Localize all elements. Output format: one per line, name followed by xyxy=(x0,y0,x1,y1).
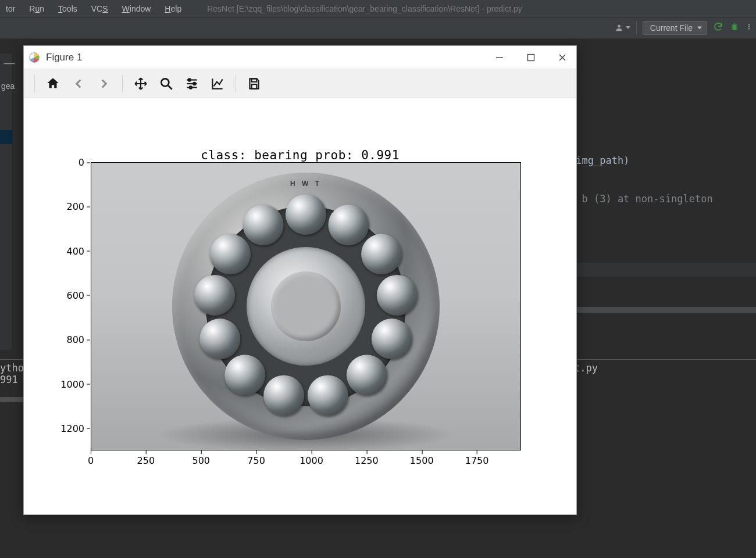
menu-tools[interactable]: Tools xyxy=(52,3,83,15)
save-icon[interactable] xyxy=(243,73,265,94)
bearing-ball xyxy=(263,375,304,416)
bearing-ball xyxy=(199,319,240,359)
minimize-button[interactable] xyxy=(494,52,505,63)
svg-rect-7 xyxy=(528,54,534,60)
y-tick: 600 xyxy=(55,289,84,301)
svg-point-15 xyxy=(188,78,191,81)
svg-line-11 xyxy=(168,85,172,90)
editor-gutter xyxy=(0,53,12,350)
svg-point-10 xyxy=(161,78,169,86)
term-frag-1: ytho xyxy=(0,362,24,374)
code-frag-2: r b (3) at non-singleton xyxy=(570,193,713,205)
plot-title: class: bearing prob: 0.991 xyxy=(24,148,576,162)
matplotlib-icon xyxy=(28,52,40,63)
term-frag-2: 991 xyxy=(0,374,18,385)
bearing-ball xyxy=(210,234,251,274)
collapse-icon[interactable]: — xyxy=(4,57,15,69)
svg-rect-19 xyxy=(252,84,257,89)
editor-h-scrollbar[interactable] xyxy=(571,307,756,313)
figure-title: Figure 1 xyxy=(46,52,82,63)
menu-window[interactable]: Window xyxy=(116,3,157,15)
editor-code: (img_path) r b (3) at non-singleton xyxy=(570,155,756,277)
x-tick: 1500 xyxy=(410,455,434,466)
bearing-ball xyxy=(361,234,402,274)
svg-point-4 xyxy=(748,28,750,29)
y-tick: 200 xyxy=(55,201,84,212)
x-tick: 0 xyxy=(88,455,94,466)
zoom-icon[interactable] xyxy=(155,73,177,94)
x-tick: 750 xyxy=(247,455,265,466)
y-tick: 800 xyxy=(55,334,84,345)
plot-axes[interactable]: H W T xyxy=(91,162,521,450)
x-tick: 500 xyxy=(192,455,210,466)
axes-icon[interactable] xyxy=(206,73,229,94)
figure-titlebar[interactable]: Figure 1 xyxy=(24,46,576,69)
x-tick: 250 xyxy=(137,455,155,466)
configure-icon[interactable] xyxy=(181,73,203,94)
rerun-icon[interactable] xyxy=(713,22,723,34)
menu-item[interactable]: tor xyxy=(0,3,21,15)
term-file: t.py xyxy=(574,362,598,374)
bearing-ball xyxy=(328,205,369,245)
forward-icon[interactable] xyxy=(93,73,115,94)
figure-window: Figure 1 xyxy=(23,45,577,515)
bearing-ball xyxy=(372,319,412,359)
bearing-ball xyxy=(243,205,284,245)
menu-run[interactable]: Run xyxy=(23,3,50,15)
y-tick: 1200 xyxy=(55,423,84,434)
sidebar-fragment: gea xyxy=(0,81,15,91)
y-tick: 400 xyxy=(55,245,84,256)
bearing-image: H W T xyxy=(172,173,440,440)
menu-vcs[interactable]: VCS xyxy=(85,3,114,15)
bearing-ball xyxy=(224,355,265,395)
menu-help[interactable]: Help xyxy=(159,3,187,15)
svg-point-17 xyxy=(190,86,192,88)
more-icon[interactable] xyxy=(746,22,753,34)
figure-canvas[interactable]: class: bearing prob: 0.991 H W T 0200400… xyxy=(24,98,576,514)
svg-point-3 xyxy=(748,26,750,27)
bearing-ball xyxy=(286,194,326,235)
y-tick: 0 xyxy=(55,157,84,168)
x-tick: 1250 xyxy=(355,455,379,466)
run-config-selector[interactable]: Current File xyxy=(643,21,707,35)
home-icon[interactable] xyxy=(42,73,64,94)
bearing-ball xyxy=(194,275,235,316)
x-tick: 1000 xyxy=(299,455,323,466)
back-icon[interactable] xyxy=(67,73,90,94)
user-icon[interactable] xyxy=(614,23,630,32)
svg-point-16 xyxy=(193,82,195,84)
code-frag-1: (img_path) xyxy=(570,155,629,166)
y-tick: 1000 xyxy=(55,378,84,389)
bearing-ball xyxy=(347,355,387,395)
svg-point-2 xyxy=(748,24,750,25)
svg-point-0 xyxy=(618,25,621,28)
ide-menubar: tor Run Tools VCS Window Help ResNet [E:… xyxy=(0,0,756,17)
debug-icon[interactable] xyxy=(729,22,740,34)
selected-nav-row[interactable] xyxy=(0,130,13,144)
ide-window-title: ResNet [E:\zqq_files\blog\classification… xyxy=(207,4,522,13)
svg-point-1 xyxy=(732,24,737,30)
engraving-text: H W T xyxy=(290,180,322,188)
figure-toolbar xyxy=(24,69,576,98)
bearing-ball xyxy=(308,375,348,416)
pan-icon[interactable] xyxy=(130,73,152,94)
svg-rect-18 xyxy=(252,78,257,81)
ide-toolbar: Current File xyxy=(0,17,756,38)
maximize-button[interactable] xyxy=(525,52,537,63)
close-button[interactable] xyxy=(557,52,568,63)
code-highlight-box xyxy=(570,263,756,277)
x-tick: 1750 xyxy=(465,455,489,466)
bearing-ball xyxy=(377,275,418,316)
